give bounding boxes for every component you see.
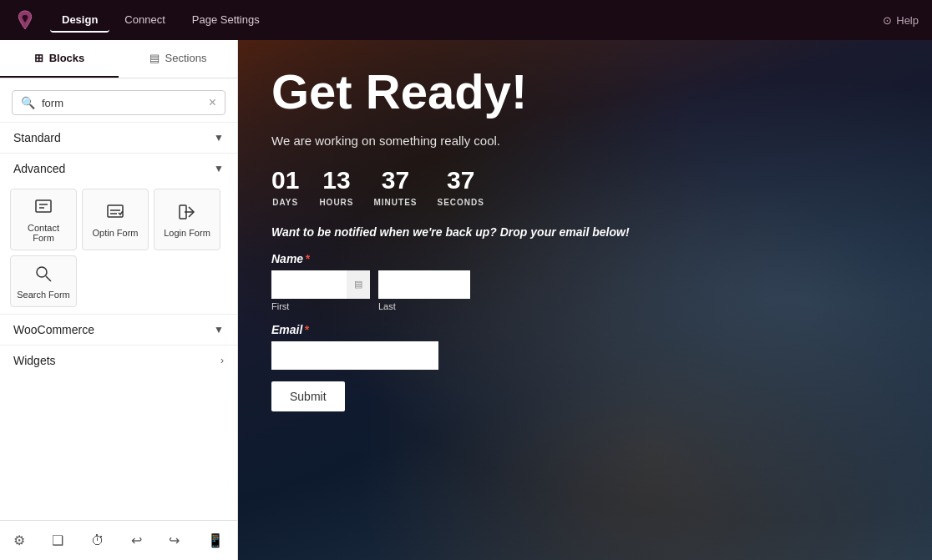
- help-link[interactable]: ⊙ Help: [883, 14, 919, 27]
- first-label: First: [271, 301, 370, 311]
- email-field-group: Email*: [271, 323, 630, 370]
- search-wrap: 🔍 ×: [12, 90, 225, 115]
- advanced-blocks-grid: Contact Form Optin Form: [0, 184, 237, 314]
- search-form-icon: [34, 265, 53, 285]
- widgets-section-header[interactable]: Widgets ›: [0, 345, 237, 376]
- first-name-input[interactable]: [271, 270, 347, 299]
- optin-form-icon: [106, 203, 124, 223]
- first-name-wrap: ▤: [271, 270, 370, 299]
- advanced-chevron-icon: ▼: [214, 163, 224, 174]
- standard-chevron-icon: ▼: [214, 132, 224, 144]
- undo-icon[interactable]: ↩: [124, 529, 149, 552]
- widgets-chevron-icon: ›: [220, 355, 224, 366]
- canvas-background: Get Ready! We are working on something r…: [238, 40, 932, 560]
- last-label: Last: [378, 301, 470, 311]
- block-optin-form[interactable]: Optin Form: [82, 189, 149, 250]
- svg-rect-3: [108, 205, 123, 217]
- submit-button[interactable]: Submit: [271, 381, 345, 411]
- first-name-field: ▤ First: [271, 270, 370, 311]
- countdown: 01 DAYS 13 HOURS 37 MINUTES 37 SECONDS: [271, 166, 630, 207]
- svg-point-8: [37, 267, 47, 277]
- contact-form-icon: [34, 198, 53, 218]
- woocommerce-chevron-icon: ▼: [214, 324, 224, 335]
- notify-text: Want to be notified when we're back up? …: [271, 225, 630, 239]
- standard-section-header[interactable]: Standard ▼: [0, 122, 237, 153]
- search-input[interactable]: [42, 97, 202, 109]
- countdown-hours: 13 HOURS: [319, 166, 353, 207]
- tab-sections[interactable]: ▤ Sections: [119, 40, 237, 78]
- main-area: ⊞ Blocks ▤ Sections 🔍 × Standard ▼: [0, 40, 932, 560]
- mobile-preview-icon[interactable]: 📱: [200, 529, 230, 552]
- nav-links: Design Connect Page Settings: [50, 8, 271, 33]
- settings-icon[interactable]: ⚙: [7, 529, 32, 552]
- sidebar-tabs: ⊞ Blocks ▤ Sections: [0, 40, 237, 78]
- search-icon: 🔍: [21, 96, 35, 109]
- redo-icon[interactable]: ↪: [162, 529, 186, 552]
- block-search-form[interactable]: Search Form: [10, 255, 77, 307]
- advanced-section-header[interactable]: Advanced ▼: [0, 153, 237, 184]
- countdown-seconds: 37 SECONDS: [438, 166, 484, 207]
- history-icon[interactable]: ⏱: [84, 530, 111, 552]
- last-name-field: Last: [378, 270, 470, 311]
- name-label: Name*: [271, 252, 630, 265]
- nav-design[interactable]: Design: [50, 8, 109, 33]
- nav-connect[interactable]: Connect: [113, 8, 176, 33]
- sidebar: ⊞ Blocks ▤ Sections 🔍 × Standard ▼: [0, 40, 238, 560]
- email-label: Email*: [271, 323, 630, 336]
- first-name-icon: ▤: [347, 270, 370, 299]
- sidebar-scroll: Standard ▼ Advanced ▼: [0, 122, 237, 520]
- email-input[interactable]: [271, 341, 438, 370]
- top-navigation: Design Connect Page Settings ⊙ Help: [0, 0, 932, 40]
- countdown-days: 01 DAYS: [271, 166, 299, 207]
- hero-subtitle: We are working on something really cool.: [271, 134, 630, 148]
- sidebar-bottom-bar: ⚙ ❑ ⏱ ↩ ↪ 📱: [0, 520, 237, 560]
- name-row: ▤ First Last: [271, 270, 630, 311]
- hero-title: Get Ready!: [271, 65, 630, 119]
- block-contact-form[interactable]: Contact Form: [10, 189, 77, 250]
- help-icon: ⊙: [883, 14, 892, 27]
- search-area: 🔍 ×: [0, 78, 237, 122]
- last-name-input[interactable]: [378, 270, 470, 299]
- svg-rect-0: [36, 200, 51, 212]
- woocommerce-section-header[interactable]: WooCommerce ▼: [0, 314, 237, 345]
- tab-blocks[interactable]: ⊞ Blocks: [0, 40, 119, 78]
- nav-page-settings[interactable]: Page Settings: [180, 8, 271, 33]
- countdown-minutes: 37 MINUTES: [374, 166, 418, 207]
- login-form-icon: [178, 203, 196, 223]
- canvas: Get Ready! We are working on something r…: [238, 40, 932, 560]
- logo: [13, 8, 37, 32]
- layers-icon[interactable]: ❑: [45, 529, 70, 552]
- blocks-icon: ⊞: [34, 52, 43, 64]
- clear-search-button[interactable]: ×: [209, 96, 216, 109]
- svg-line-9: [46, 276, 51, 281]
- sections-icon: ▤: [149, 52, 160, 64]
- block-login-form[interactable]: Login Form: [154, 189, 220, 250]
- canvas-content: Get Ready! We are working on something r…: [238, 40, 663, 436]
- name-field-group: Name* ▤ First Last: [271, 252, 630, 311]
